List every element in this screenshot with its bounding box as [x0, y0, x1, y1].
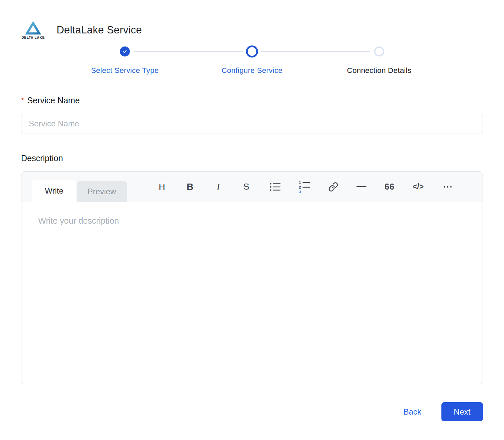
step-configure-service: Configure Service [188, 45, 316, 75]
more-glyph: ••• [442, 184, 453, 190]
step-completed-circle [120, 46, 130, 57]
description-textarea[interactable] [21, 202, 483, 384]
check-icon [122, 49, 128, 54]
service-name-label: * Service Name [21, 96, 483, 105]
step-circle-wrap [374, 45, 384, 58]
code-glyph: </> [413, 182, 424, 191]
strikethrough-glyph: S [243, 182, 249, 192]
italic-icon[interactable]: I [213, 180, 223, 194]
logo-wordmark: DELTA LAKE [21, 36, 45, 39]
delta-lake-logo: DELTA LAKE [21, 21, 45, 39]
tab-write[interactable]: Write [32, 180, 76, 202]
step-label-configure-service: Configure Service [222, 66, 282, 75]
markdown-editor: Write Preview H B I S [21, 171, 483, 384]
tab-preview[interactable]: Preview [77, 181, 127, 202]
step-connection-details: Connection Details [316, 45, 443, 75]
horizontal-rule-glyph [356, 186, 366, 187]
page-title: DeltaLake Service [57, 24, 142, 36]
unordered-list-icon[interactable] [269, 180, 281, 194]
service-name-input[interactable] [21, 114, 483, 133]
service-name-label-text: Service Name [27, 96, 80, 105]
configure-service-page: DELTA LAKE DeltaLake Service Select Serv… [0, 0, 504, 438]
editor-tabs: Write Preview [32, 172, 127, 202]
horizontal-rule-icon[interactable] [356, 180, 366, 194]
svg-text:3: 3 [299, 190, 301, 193]
description-label: Description [21, 153, 483, 163]
link-glyph [328, 182, 338, 192]
description-label-text: Description [21, 153, 63, 163]
step-active-circle [246, 45, 258, 58]
step-label-select-service-type: Select Service Type [91, 66, 159, 75]
heading-icon[interactable]: H [157, 180, 167, 194]
svg-text:2: 2 [299, 185, 301, 189]
more-options-icon[interactable]: ••• [442, 180, 453, 194]
link-icon[interactable] [328, 180, 338, 194]
step-pending-circle [374, 46, 384, 57]
step-circle-wrap [120, 45, 130, 58]
bold-glyph: B [187, 182, 193, 192]
unordered-list-glyph [269, 182, 281, 192]
required-asterisk: * [21, 96, 24, 105]
ordered-list-glyph: 1 2 3 [299, 180, 310, 194]
ordered-list-icon[interactable]: 1 2 3 [299, 180, 310, 194]
header: DELTA LAKE DeltaLake Service [21, 20, 483, 40]
italic-glyph: I [217, 181, 220, 193]
editor-toolbar-icons: H B I S [157, 180, 453, 194]
editor-body [21, 202, 483, 384]
next-button[interactable]: Next [441, 402, 483, 421]
bold-icon[interactable]: B [185, 180, 195, 194]
step-label-connection-details: Connection Details [347, 66, 411, 75]
back-button[interactable]: Back [403, 407, 421, 417]
step-select-service-type: Select Service Type [61, 45, 188, 75]
svg-text:1: 1 [299, 180, 301, 184]
editor-toolbar: Write Preview H B I S [21, 172, 483, 202]
delta-lake-triangle-icon [23, 21, 43, 35]
quote-icon[interactable]: 66 [385, 180, 395, 194]
wizard-stepper: Select Service Type Configure Service Co… [61, 45, 443, 75]
heading-glyph: H [158, 181, 166, 193]
step-circle-wrap [246, 45, 258, 58]
strikethrough-icon[interactable]: S [241, 180, 251, 194]
wizard-footer: Back Next [21, 402, 483, 421]
quote-glyph: 66 [385, 182, 395, 192]
code-icon[interactable]: </> [413, 180, 424, 194]
